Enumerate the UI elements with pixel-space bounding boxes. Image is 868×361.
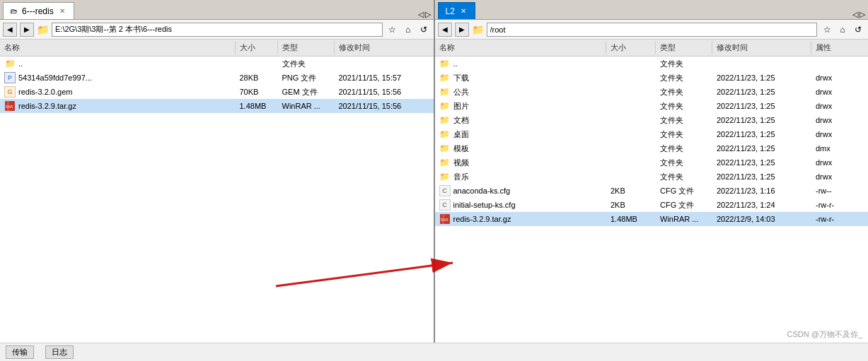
right-tab-nav: ◁ ▷: [852, 10, 868, 19]
left-folder-icon: 📁: [37, 24, 49, 35]
left-forward-button[interactable]: ▶: [20, 23, 34, 37]
table-row[interactable]: 📁 视频 文件夹 2022/11/23, 1:25 drwx: [435, 155, 869, 170]
left-back-button[interactable]: ◀: [3, 23, 17, 37]
file-name-cell: 📁 模板: [435, 142, 607, 155]
file-name: 图片: [453, 101, 469, 112]
right-back-button[interactable]: ◀: [438, 23, 452, 37]
file-modified: 2022/11/23, 1:25: [712, 73, 811, 83]
right-nav-next[interactable]: ▷: [860, 10, 865, 19]
file-type: 文件夹: [656, 114, 712, 126]
left-col-modified[interactable]: 修改时间: [335, 41, 434, 54]
file-type: GEM 文件: [278, 86, 335, 98]
file-name: redis-3.2.0.gem: [18, 88, 72, 96]
file-name-cell: 📁 文档: [435, 114, 607, 126]
transfer-button[interactable]: 传输: [6, 345, 34, 359]
file-type: 文件夹: [656, 171, 712, 183]
file-attr: -rw-r-: [811, 200, 868, 210]
left-tab[interactable]: 🗁 6---redis ✕: [3, 2, 74, 19]
svg-text:RAR: RAR: [6, 105, 13, 109]
file-attr: drwx: [811, 129, 868, 139]
right-nav-prev[interactable]: ◁: [852, 10, 858, 19]
left-refresh-icon[interactable]: ↺: [417, 23, 431, 37]
file-type: WinRAR ...: [656, 214, 712, 224]
table-row[interactable]: 📁 下载 文件夹 2022/11/23, 1:25 drwx: [435, 71, 869, 85]
table-row[interactable]: 📁 .. 文件夹: [435, 57, 869, 71]
folder-icon: 📁: [439, 58, 451, 69]
table-row[interactable]: G redis-3.2.0.gem 70KB GEM 文件 2021/11/15…: [0, 85, 434, 99]
folder-icon: 📁: [439, 171, 451, 182]
table-row[interactable]: 📁 .. 文件夹: [0, 57, 434, 71]
folder-icon: 📁: [4, 58, 16, 69]
folder-icon: 📁: [439, 114, 451, 126]
left-bookmark-icon[interactable]: ☆: [386, 23, 400, 37]
log-button[interactable]: 日志: [45, 345, 74, 359]
file-name: redis-3.2.9.tar.gz: [453, 215, 511, 223]
cfg-icon: C: [439, 185, 451, 196]
right-col-type[interactable]: 类型: [656, 41, 712, 54]
file-modified: 2022/11/23, 1:25: [712, 129, 811, 139]
right-path-input[interactable]: [487, 23, 818, 37]
right-home-icon[interactable]: ⌂: [835, 23, 850, 37]
right-toolbar: ◀ ▶ 📁 ☆ ⌂ ↺: [435, 20, 869, 40]
right-bookmark-icon[interactable]: ☆: [820, 23, 834, 37]
file-attr: [811, 63, 868, 64]
right-col-size[interactable]: 大小: [606, 41, 656, 54]
file-name: anaconda-ks.cfg: [453, 187, 511, 195]
table-row[interactable]: C anaconda-ks.cfg 2KB CFG 文件 2022/11/23,…: [435, 184, 869, 198]
folder-icon: 📁: [439, 157, 451, 168]
table-row[interactable]: RAR redis-3.2.9.tar.gz 1.48MB WinRAR ...…: [435, 212, 869, 226]
file-size: [606, 148, 656, 149]
file-modified: 2022/11/23, 1:25: [712, 115, 811, 125]
right-col-attr[interactable]: 属性: [811, 41, 868, 54]
right-refresh-icon[interactable]: ↺: [851, 23, 865, 37]
file-size: [606, 63, 656, 64]
left-tab-close[interactable]: ✕: [58, 7, 66, 15]
file-name-cell: 📁 下载: [435, 71, 607, 84]
left-home-icon[interactable]: ⌂: [401, 23, 415, 37]
table-row[interactable]: 📁 公共 文件夹 2022/11/23, 1:25 drwx: [435, 85, 869, 99]
table-row[interactable]: 📁 模板 文件夹 2022/11/23, 1:25 dmx: [435, 141, 869, 155]
file-name-cell: 📁 图片: [435, 100, 607, 112]
file-name: ..: [18, 59, 23, 68]
file-modified: [712, 63, 811, 64]
table-row[interactable]: 📁 文档 文件夹 2022/11/23, 1:25 drwx: [435, 113, 869, 127]
table-row[interactable]: P 54314a59fdd7e997... 28KB PNG 文件 2021/1…: [0, 71, 434, 85]
file-type: 文件夹: [656, 86, 712, 98]
left-col-size[interactable]: 大小: [236, 41, 278, 54]
file-modified: 2022/11/23, 1:25: [712, 87, 811, 97]
table-row[interactable]: 📁 图片 文件夹 2022/11/23, 1:25 drwx: [435, 99, 869, 113]
left-path-input[interactable]: [52, 23, 383, 37]
left-col-name[interactable]: 名称: [0, 41, 236, 54]
file-name: initial-setup-ks.cfg: [453, 201, 516, 209]
file-type: 文件夹: [278, 58, 335, 70]
table-row[interactable]: 📁 桌面 文件夹 2022/11/23, 1:25 drwx: [435, 127, 869, 141]
file-size: [606, 134, 656, 135]
table-row[interactable]: 📁 音乐 文件夹 2022/11/23, 1:25 drwx: [435, 170, 869, 184]
file-size: [606, 119, 656, 121]
right-tab[interactable]: L2 ✕: [438, 2, 475, 19]
left-file-list[interactable]: 📁 .. 文件夹 P 54314a59fdd7e997... 28KB PNG …: [0, 57, 434, 361]
file-size: 1.48MB: [606, 214, 656, 224]
left-nav-prev[interactable]: ◁: [418, 10, 424, 19]
left-col-type[interactable]: 类型: [278, 41, 335, 54]
right-col-name[interactable]: 名称: [435, 41, 607, 54]
right-tab-close[interactable]: ✕: [459, 7, 468, 15]
file-type: 文件夹: [656, 143, 712, 155]
file-name-cell: 📁 桌面: [435, 128, 607, 141]
file-size: [606, 77, 656, 78]
table-row[interactable]: RAR redis-3.2.9.tar.gz 1.48MB WinRAR ...…: [0, 99, 434, 113]
right-forward-button[interactable]: ▶: [455, 23, 469, 37]
file-modified: 2022/11/23, 1:25: [712, 101, 811, 111]
file-name-cell: RAR redis-3.2.9.tar.gz: [435, 213, 607, 225]
file-modified: [335, 63, 434, 64]
file-modified: 2022/11/23, 1:25: [712, 158, 811, 167]
right-panel: L2 ✕ ◁ ▷ ◀ ▶ 📁 ☆ ⌂ ↺: [435, 0, 869, 361]
table-row[interactable]: C initial-setup-ks.cfg 2KB CFG 文件 2022/1…: [435, 198, 869, 212]
right-file-list[interactable]: 📁 .. 文件夹 📁 下载 文件夹 2022/11/23, 1:25: [435, 57, 869, 351]
file-modified: 2022/11/23, 1:25: [712, 143, 811, 153]
file-size: [606, 91, 656, 93]
file-modified: 2021/11/15, 15:57: [335, 73, 434, 83]
left-nav-next[interactable]: ▷: [425, 10, 431, 19]
right-col-modified[interactable]: 修改时间: [712, 41, 811, 54]
file-name-cell: P 54314a59fdd7e997...: [0, 71, 236, 84]
